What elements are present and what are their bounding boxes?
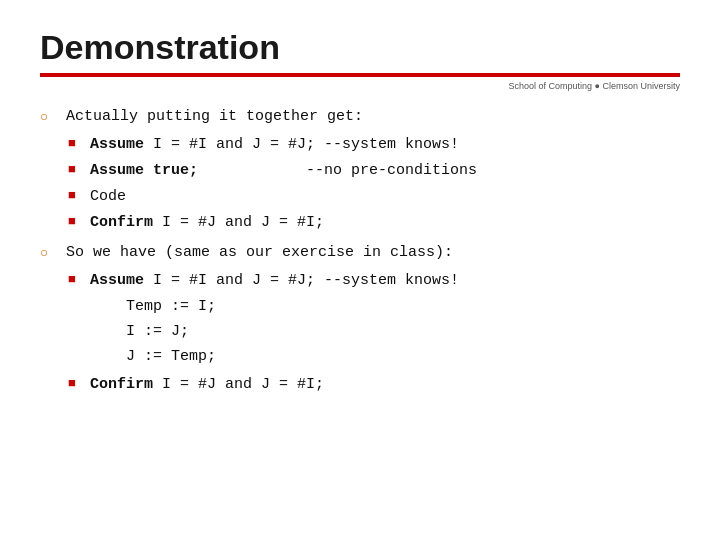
header-bar (40, 73, 680, 77)
bullet-inner-1-2: ■ Assume true; --no pre-conditions (68, 159, 680, 183)
bullet-inner-text-1-3: Code (90, 185, 126, 209)
bullet-outer-1: ○ Actually putting it together get: (40, 105, 680, 129)
bullet-inner-text-1-4: Confirm I = #J and J = #I; (90, 211, 324, 235)
content-area: ○ Actually putting it together get: ■ As… (40, 105, 680, 397)
bullet-text-1: Actually putting it together get: (66, 105, 363, 129)
indent-line-2: I := J; (126, 320, 680, 345)
subtitle-bar: School of Computing ● Clemson University (40, 81, 680, 91)
bullet-outer-2: ○ So we have (same as our exercise in cl… (40, 241, 680, 265)
slide-title: Demonstration (40, 28, 680, 67)
indent-block: Temp := I; I := J; J := Temp; (126, 295, 680, 369)
bullet-inner-text-2-2: Confirm I = #J and J = #I; (90, 373, 324, 397)
indent-line-3: J := Temp; (126, 345, 680, 370)
bullet-sq-1-1: ■ (68, 134, 82, 155)
bullet-icon-2: ○ (40, 242, 56, 264)
bullet-sq-1-3: ■ (68, 186, 82, 207)
bullet-sq-2-2: ■ (68, 374, 82, 395)
bullet-inner-2-1: ■ Assume I = #I and J = #J; --system kno… (68, 269, 680, 293)
bullet-sq-2-1: ■ (68, 270, 82, 291)
bullet-inner-1-3: ■ Code (68, 185, 680, 209)
bullet-inner-text-1-1: Assume I = #I and J = #J; --system knows… (90, 133, 459, 157)
bullet-inner-text-1-2: Assume true; --no pre-conditions (90, 159, 477, 183)
bullet-sq-1-4: ■ (68, 212, 82, 233)
bullet-sq-1-2: ■ (68, 160, 82, 181)
bullet-inner-2-2: ■ Confirm I = #J and J = #I; (68, 373, 680, 397)
bullet-inner-1-4: ■ Confirm I = #J and J = #I; (68, 211, 680, 235)
bullet-inner-1-1: ■ Assume I = #I and J = #J; --system kno… (68, 133, 680, 157)
bullet-text-2: So we have (same as our exercise in clas… (66, 241, 453, 265)
bullet-icon-1: ○ (40, 106, 56, 128)
indent-line-1: Temp := I; (126, 295, 680, 320)
bullet-inner-text-2-1: Assume I = #I and J = #J; --system knows… (90, 269, 459, 293)
slide: Demonstration School of Computing ● Clem… (0, 0, 720, 540)
